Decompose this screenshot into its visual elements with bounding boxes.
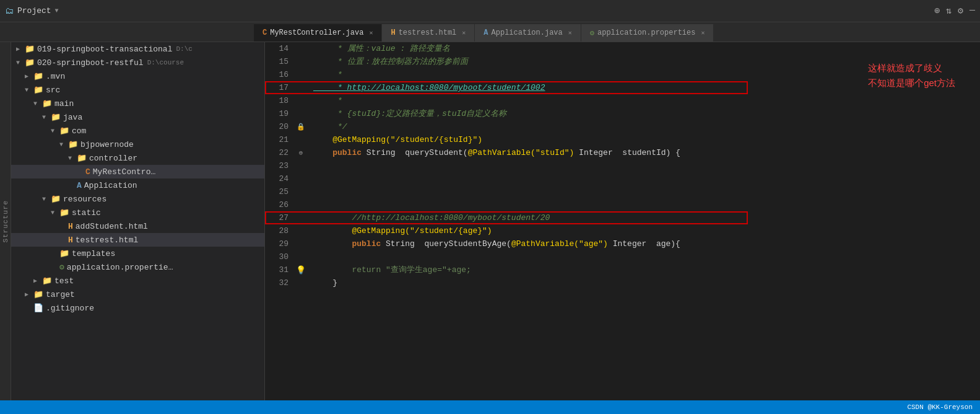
- folder-icon: 🗂: [5, 6, 14, 16]
- code-line: return "查询学生age="+age;: [313, 263, 974, 276]
- sidebar-item-s6[interactable]: ▼ 📁 java: [11, 110, 264, 124]
- gutter-cell: [295, 224, 307, 237]
- item-path: D:\course: [147, 59, 184, 66]
- file-tab-tab4[interactable]: ⚙application.properties✕: [581, 24, 714, 42]
- lock-icon: 🔒: [297, 123, 305, 131]
- code-line: * {stuId}:定义路径变量，stuId自定义名称: [313, 107, 974, 120]
- code-line: public String queryStudentByAge(@PathVar…: [313, 237, 974, 250]
- sidebar: ▶ 📁 019-springboot-transactional D:\c ▼ …: [11, 42, 265, 400]
- tree-arrow: ▶: [25, 73, 33, 80]
- sidebar-item-s1[interactable]: ▶ 📁 019-springboot-transactional D:\c: [11, 42, 264, 56]
- line-number: 15: [271, 55, 288, 68]
- sidebar-item-s5[interactable]: ▼ 📁 main: [11, 97, 264, 110]
- close-icon[interactable]: ✕: [701, 29, 705, 37]
- status-bar: CSDN @KK-Greyson: [0, 400, 980, 414]
- item-label: templates: [72, 249, 115, 258]
- tab-icon: C: [262, 29, 267, 37]
- sidebar-item-s12[interactable]: ▼ 📁 resources: [11, 192, 264, 206]
- tree-arrow: ▶: [33, 277, 42, 284]
- add-icon[interactable]: ⊕: [934, 5, 940, 17]
- line-number: 28: [271, 224, 288, 237]
- gutter-cell: [295, 276, 307, 289]
- code-line: [313, 159, 974, 172]
- gutter-cell: [295, 237, 307, 250]
- gutter-cell: [295, 185, 307, 198]
- tab-icon: ⚙: [590, 29, 594, 38]
- tree-arrow: ▶: [25, 291, 33, 298]
- project-title[interactable]: 🗂 Project ▼: [5, 6, 59, 16]
- folder-icon: 📁: [59, 126, 69, 136]
- bulb-icon: 💡: [296, 265, 306, 275]
- code-line: //http://localhost:8080/myboot/student/2…: [313, 211, 974, 224]
- file-tab-tab2[interactable]: Htestrest.html✕: [382, 24, 475, 42]
- sidebar-item-s18[interactable]: ▶ 📁 test: [11, 274, 264, 288]
- gutter-cell: [295, 159, 307, 172]
- item-label: .mvn: [46, 72, 65, 81]
- item-label: target: [46, 290, 75, 299]
- gutter-cell: [295, 55, 307, 68]
- sidebar-item-s9[interactable]: ▼ 📁 controller: [11, 151, 264, 165]
- gutter-cell: [295, 94, 307, 107]
- sidebar-item-s2[interactable]: ▼ 📁 020-springboot-restful D:\course: [11, 56, 264, 69]
- expand-icon: ⊕: [299, 149, 303, 157]
- line-number: 19: [271, 107, 288, 120]
- gear-icon[interactable]: ⚙: [958, 5, 963, 17]
- code-line: }: [313, 276, 974, 289]
- item-label: static: [72, 208, 101, 218]
- code-editor[interactable]: 这样就造成了歧义 不知道是哪个get方法 1415161718192021222…: [265, 42, 980, 400]
- sidebar-item-s7[interactable]: ▼ 📁 com: [11, 124, 264, 138]
- tree-arrow: ▼: [51, 128, 59, 134]
- code-line: * 位置：放在控制器方法的形参前面: [313, 55, 974, 68]
- line-number: 17: [271, 81, 288, 94]
- sidebar-item-s16[interactable]: 📁 templates: [11, 247, 264, 260]
- gutter-cell: ⊕: [295, 146, 307, 159]
- sidebar-item-s19[interactable]: ▶ 📁 target: [11, 288, 264, 301]
- item-label: addStudent.html: [76, 222, 148, 231]
- close-icon[interactable]: ✕: [462, 29, 466, 37]
- sidebar-item-s15[interactable]: H testrest.html: [11, 233, 264, 247]
- tree-arrow: ▼: [42, 114, 51, 121]
- tree-arrow: ▼: [42, 196, 51, 203]
- status-text: CSDN @KK-Greyson: [907, 403, 973, 411]
- folder-icon: 📁: [51, 194, 61, 204]
- line-number: 23: [271, 159, 288, 172]
- file-tab-tab1[interactable]: CMyRestController.java✕: [254, 24, 382, 42]
- close-icon[interactable]: ✕: [568, 29, 572, 37]
- line-number: 20: [271, 120, 288, 133]
- gutter-cell: [295, 107, 307, 120]
- code-line: *: [313, 68, 974, 81]
- tree-arrow: ▼: [59, 141, 68, 148]
- sidebar-item-s11[interactable]: A Application: [11, 178, 264, 192]
- sidebar-item-s14[interactable]: H addStudent.html: [11, 219, 264, 233]
- minimize-icon[interactable]: —: [969, 5, 975, 17]
- folder-icon: 📁: [59, 249, 69, 258]
- chevron-down-icon[interactable]: ▼: [55, 7, 59, 14]
- file-tabs: CMyRestController.java✕Htestrest.html✕AA…: [254, 22, 980, 42]
- line-number: 24: [271, 172, 288, 185]
- side-structure-panel: Structure: [0, 42, 11, 400]
- sidebar-item-s8[interactable]: ▼ 📁 bjpowernode: [11, 138, 264, 151]
- sidebar-item-s17[interactable]: ⚙ application.propertie…: [11, 260, 264, 274]
- gutter-cell: [295, 172, 307, 185]
- code-line: public String queryStudent(@PathVariable…: [313, 146, 974, 159]
- line-number: 32: [271, 276, 288, 289]
- file-tab-tab3[interactable]: AApplication.java✕: [475, 24, 581, 42]
- close-icon[interactable]: ✕: [369, 29, 373, 37]
- gutter-cell: 💡: [295, 263, 307, 276]
- sidebar-item-s3[interactable]: ▶ 📁 .mvn: [11, 69, 264, 83]
- sidebar-item-s4[interactable]: ▼ 📁 src: [11, 83, 264, 97]
- gutter-cell: [295, 68, 307, 81]
- folder-icon: 📁: [25, 58, 35, 68]
- swap-icon[interactable]: ⇅: [946, 5, 952, 17]
- sidebar-item-s10[interactable]: C MyRestContro…: [11, 165, 264, 178]
- file-icon: H: [68, 236, 73, 245]
- sidebar-item-s13[interactable]: ▼ 📁 static: [11, 206, 264, 219]
- main-layout: Structure ▶ 📁 019-springboot-transaction…: [0, 42, 980, 400]
- code-line: * 属性：value : 路径变量名: [313, 42, 974, 55]
- code-line: [313, 185, 974, 198]
- sidebar-item-s20[interactable]: 📄 .gitignore: [11, 301, 264, 315]
- file-icon: C: [85, 167, 90, 177]
- gutter-icons-area: 🔒⊕💡: [295, 42, 307, 289]
- tree-arrow: ▼: [51, 209, 59, 216]
- line-number: 21: [271, 133, 288, 146]
